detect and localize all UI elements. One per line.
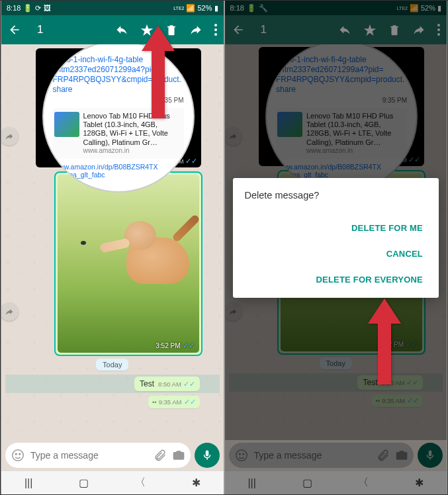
emoji-icon[interactable] xyxy=(11,448,25,463)
battery-percent: 52% xyxy=(197,4,212,12)
home-button[interactable]: ▢ xyxy=(79,476,89,489)
image-icon: 🖼 xyxy=(44,4,51,12)
signal-icon: 📶 xyxy=(186,4,195,13)
screenshot-right: 8:18 🔋 🔧 LTE2 📶 52% ▮ 1 xyxy=(224,1,448,494)
preview-thumb xyxy=(54,112,79,137)
delete-dialog: Delete message? DELETE FOR ME CANCEL DEL… xyxy=(233,178,439,298)
photo-time: 3:52 PM xyxy=(156,342,180,349)
svg-point-3 xyxy=(13,450,24,461)
battery-icon: ▮ xyxy=(214,4,218,13)
share-message-button[interactable] xyxy=(1,127,19,146)
delete-for-everyone-button[interactable]: DELETE FOR EVERYONE xyxy=(312,267,427,292)
read-checks-icon: ✓✓ xyxy=(184,398,196,406)
preview-domain: www.amazon.in xyxy=(83,147,183,155)
photo-message-selected[interactable]: 3:52 PM ✓✓ xyxy=(56,173,201,355)
mini-time: 9:35 AM xyxy=(159,398,182,406)
message-input[interactable] xyxy=(30,450,148,461)
status-time: 8:18 xyxy=(7,4,21,12)
sync-icon: ⟳ xyxy=(35,4,41,13)
amazon-link-l2: cp_apa_glt_fabc xyxy=(53,171,184,179)
tutorial-arrow-delete-everyone xyxy=(368,298,408,387)
mic-button[interactable] xyxy=(195,443,220,468)
bee-detail xyxy=(81,241,86,245)
selection-count: 1 xyxy=(37,23,43,36)
status-bar: 8:18 🔋 ⟳ 🖼 LTE2 📶 52% ▮ xyxy=(1,1,224,15)
collapsed-message[interactable]: •• 9:35 AM ✓✓ xyxy=(148,396,200,408)
message-input-bar xyxy=(1,440,224,471)
android-nav-bar: ||| ▢ 〈 ✱ xyxy=(1,471,224,494)
forward-icon[interactable] xyxy=(189,23,202,36)
svg-point-4 xyxy=(15,453,17,455)
dialog-title: Delete message? xyxy=(245,190,427,201)
selection-action-bar: 1 xyxy=(1,15,224,44)
attach-icon[interactable] xyxy=(154,449,167,462)
test-time: 8:50 AM xyxy=(158,381,181,388)
test-text: Test xyxy=(140,379,154,388)
accessibility-button[interactable]: ✱ xyxy=(192,476,201,489)
delete-for-me-button[interactable]: DELETE FOR ME xyxy=(347,215,427,241)
camera-icon[interactable] xyxy=(172,449,185,462)
day-chip: Today xyxy=(96,359,128,371)
cat-image xyxy=(100,211,193,291)
svg-point-5 xyxy=(19,453,21,455)
svg-point-0 xyxy=(214,24,217,26)
svg-point-1 xyxy=(214,28,217,31)
cancel-button[interactable]: CANCEL xyxy=(382,241,427,267)
read-checks-icon: ✓✓ xyxy=(183,380,195,388)
more-icon[interactable] xyxy=(214,24,217,36)
share-photo-button[interactable] xyxy=(1,302,19,321)
screenshot-left: 8:18 🔋 ⟳ 🖼 LTE2 📶 52% ▮ 1 xyxy=(1,1,224,494)
test-message[interactable]: Test 8:50 AM ✓✓ xyxy=(134,377,200,391)
lte-label: LTE2 xyxy=(173,6,184,11)
recents-button[interactable]: ||| xyxy=(24,477,32,489)
reply-icon[interactable] xyxy=(115,23,128,36)
tutorial-arrow-delete-icon xyxy=(142,26,181,121)
amazon-link-l1: www.amazon.in/dp/B08BZSR4TX xyxy=(53,159,184,171)
read-checks-icon: ✓✓ xyxy=(183,341,195,350)
photo-content: 3:52 PM ✓✓ xyxy=(58,175,199,353)
selected-row-highlight: Test 8:50 AM ✓✓ xyxy=(5,375,220,393)
svg-point-2 xyxy=(214,33,217,36)
back-button[interactable]: 〈 xyxy=(135,476,146,490)
chat-area: m-10-1-inch-wi-fi-4g-table p/itm2337ed26… xyxy=(1,44,224,440)
battery-small-icon: 🔋 xyxy=(23,4,32,13)
back-arrow-icon[interactable] xyxy=(8,23,21,36)
read-checks-icon: ✓✓ xyxy=(185,157,197,165)
